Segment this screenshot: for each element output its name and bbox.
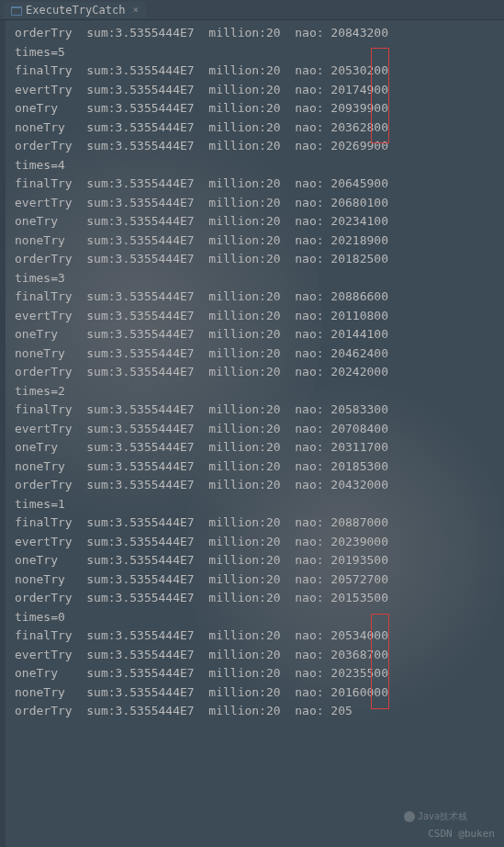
console-line: evertTry sum:3.5355444E7 million:20 nao:…: [15, 81, 497, 100]
run-config-icon: [11, 6, 22, 15]
console-line: evertTry sum:3.5355444E7 million:20 nao:…: [15, 307, 497, 326]
wechat-watermark: Java技术栈: [404, 810, 467, 823]
console-line: oneTry sum:3.5355444E7 million:20 nao: 2…: [15, 212, 497, 232]
console-line: orderTry sum:3.5355444E7 million:20 nao:…: [15, 24, 497, 43]
console-line: finalTry sum:3.5355444E7 million:20 nao:…: [15, 627, 497, 646]
console-line: orderTry sum:3.5355444E7 million:20 nao:…: [15, 250, 497, 269]
console-line: oneTry sum:3.5355444E7 million:20 nao: 2…: [15, 664, 497, 683]
console-line: oneTry sum:3.5355444E7 million:20 nao: 2…: [15, 551, 497, 570]
csdn-watermark: CSDN @buken: [428, 828, 495, 840]
console-line: times=0: [15, 608, 497, 627]
console-line: evertTry sum:3.5355444E7 million:20 nao:…: [15, 194, 497, 213]
console-line: evertTry sum:3.5355444E7 million:20 nao:…: [15, 420, 497, 439]
console-output[interactable]: orderTry sum:3.5355444E7 million:20 nao:…: [0, 20, 504, 725]
console-line: finalTry sum:3.5355444E7 million:20 nao:…: [15, 175, 497, 194]
tab-executetrycatch[interactable]: ExecuteTryCatch ×: [4, 2, 146, 18]
console-line: noneTry sum:3.5355444E7 million:20 nao: …: [15, 683, 497, 703]
close-icon[interactable]: ×: [132, 4, 139, 16]
console-line: orderTry sum:3.5355444E7 million:20 nao:…: [15, 476, 497, 495]
console-line: finalTry sum:3.5355444E7 million:20 nao:…: [15, 514, 497, 533]
svg-rect-1: [12, 8, 21, 15]
console-line: orderTry sum:3.5355444E7 million:20 nao:…: [15, 702, 497, 721]
console-line: noneTry sum:3.5355444E7 million:20 nao: …: [15, 232, 497, 251]
console-line: finalTry sum:3.5355444E7 million:20 nao:…: [15, 62, 497, 81]
console-line: finalTry sum:3.5355444E7 million:20 nao:…: [15, 288, 497, 307]
console-line: orderTry sum:3.5355444E7 million:20 nao:…: [15, 363, 497, 382]
console-line: oneTry sum:3.5355444E7 million:20 nao: 2…: [15, 438, 497, 457]
console-line: noneTry sum:3.5355444E7 million:20 nao: …: [15, 570, 497, 590]
console-line: evertTry sum:3.5355444E7 million:20 nao:…: [15, 533, 497, 552]
console-line: oneTry sum:3.5355444E7 million:20 nao: 2…: [15, 99, 497, 119]
console-line: times=1: [15, 495, 497, 514]
wechat-icon: [404, 811, 415, 822]
console-line: times=2: [15, 382, 497, 401]
console-line: noneTry sum:3.5355444E7 million:20 nao: …: [15, 457, 497, 477]
tab-title: ExecuteTryCatch: [26, 4, 125, 17]
console-line: noneTry sum:3.5355444E7 million:20 nao: …: [15, 344, 497, 364]
console-line: times=5: [15, 43, 497, 62]
console-line: finalTry sum:3.5355444E7 million:20 nao:…: [15, 401, 497, 420]
console-line: times=3: [15, 269, 497, 288]
console-line: times=4: [15, 156, 497, 175]
tab-bar: ExecuteTryCatch ×: [0, 0, 504, 20]
console-line: noneTry sum:3.5355444E7 million:20 nao: …: [15, 119, 497, 138]
console-line: oneTry sum:3.5355444E7 million:20 nao: 2…: [15, 325, 497, 344]
console-line: orderTry sum:3.5355444E7 million:20 nao:…: [15, 137, 497, 156]
console-line: orderTry sum:3.5355444E7 million:20 nao:…: [15, 589, 497, 608]
gutter: [0, 20, 6, 847]
console-line: evertTry sum:3.5355444E7 million:20 nao:…: [15, 646, 497, 665]
